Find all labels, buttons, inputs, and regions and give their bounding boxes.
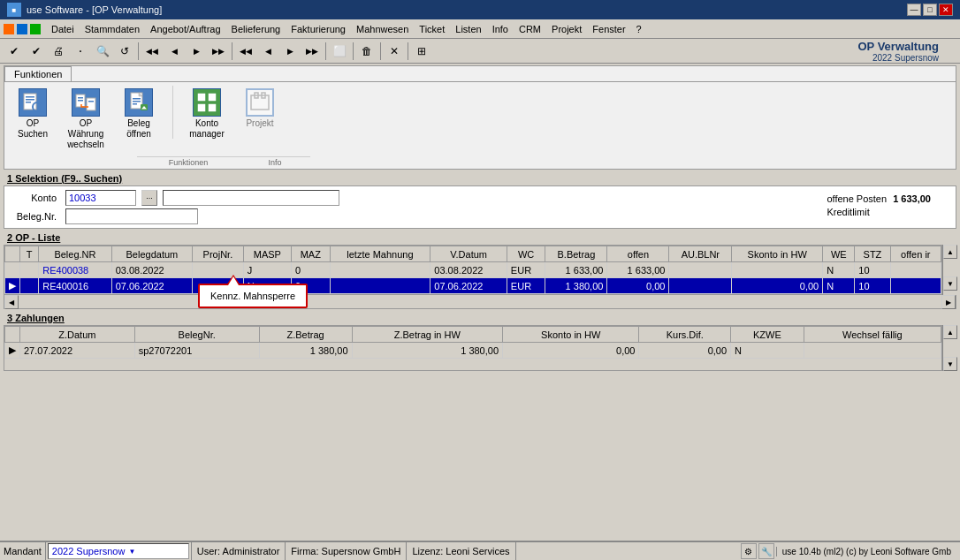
row2-letzte-mahnung	[330, 278, 430, 294]
row2-stz: 10	[855, 278, 890, 294]
toolbar-first[interactable]: ◀◀	[141, 42, 163, 61]
toolbar-checkmark1[interactable]: ✔	[4, 42, 25, 61]
app-header-right: OP Verwaltung 2022 Supersnow	[857, 40, 956, 63]
tools-icon[interactable]: 🔧	[758, 543, 774, 559]
op-list-hscroll[interactable]: ◀ ▶	[4, 295, 956, 309]
toolbar-sep5	[380, 42, 381, 60]
row2-T	[20, 278, 39, 294]
row1-vdatum: 03.08.2022	[430, 262, 507, 278]
toolbar-delete[interactable]: 🗑	[356, 42, 377, 61]
svg-rect-1	[26, 96, 34, 98]
menu-ticket[interactable]: Ticket	[414, 22, 450, 36]
toolbar-close[interactable]: ✕	[384, 42, 405, 61]
mandant-value[interactable]: 2022 Supersnow ▼	[48, 543, 189, 559]
toolbar-prev[interactable]: ◀	[164, 42, 185, 61]
tab-funktionen[interactable]: Funktionen	[4, 66, 72, 81]
status-lizenz: Lizenz: Leoni Services	[407, 542, 515, 560]
section1: 1 Selektion (F9.. Suchen) Konto 10033 ··…	[4, 171, 956, 229]
svg-rect-7	[78, 97, 83, 99]
op-verwaltung-subtitle: 2022 Supersnow	[857, 53, 939, 63]
btn-konto-manager[interactable]: Kontomanager	[184, 86, 230, 142]
svg-rect-8	[78, 100, 83, 102]
toolbar-first2[interactable]: ◀◀	[235, 42, 256, 61]
section2: 2 OP - Liste T Beleg.NR Belegdatum ProjN…	[4, 231, 956, 309]
menu-listen[interactable]: Listen	[450, 22, 486, 36]
menu-fenster[interactable]: Fenster	[587, 22, 630, 36]
konto-browse[interactable]: ···	[141, 190, 157, 206]
payments-table-wrapper: Z.Datum BelegNr. Z.Betrag Z.Betrag in HW…	[4, 325, 942, 371]
menu-projekt[interactable]: Projekt	[546, 22, 587, 36]
ribbon-sep1	[172, 86, 173, 139]
toolbar-sep2	[232, 42, 232, 60]
table-row[interactable]: ▶ 27.07.2022 sp27072201 1 380,00 1 380,0…	[5, 343, 941, 359]
btn-op-suchen[interactable]: OPSuchen	[10, 86, 56, 142]
status-bar: Mandant 2022 Supersnow ▼ User: Administr…	[0, 541, 960, 560]
btn-op-waehrung[interactable]: OP Währungwechseln	[63, 86, 109, 153]
section3-title: 3 Zahlungen	[4, 311, 956, 325]
status-right: ⚙ 🔧 use 10.4b (ml2) (c) by Leoni Softwar…	[741, 543, 960, 559]
menu-fakturierung[interactable]: Fakturierung	[286, 22, 351, 36]
toolbar-next2[interactable]: ▶	[279, 42, 301, 61]
col-maz: MAZ	[292, 246, 331, 262]
pay-row1-zbetrag: 1 380,00	[259, 343, 352, 359]
menu-info[interactable]: Info	[487, 22, 514, 36]
close-button[interactable]: ✕	[939, 4, 953, 16]
svg-rect-15	[133, 103, 137, 105]
table-row[interactable]: RE400038 03.08.2022 J 0 03.08.2022 EUR 1…	[5, 262, 941, 278]
minimize-button[interactable]: —	[907, 4, 921, 16]
col-projnr: ProjNr.	[193, 246, 244, 262]
konto-input[interactable]: 10033	[65, 190, 136, 206]
col-stz: STZ	[855, 246, 890, 262]
pay-col-kursdif: Kurs.Dif.	[639, 327, 731, 343]
svg-rect-14	[133, 101, 141, 102]
op-verwaltung-title: OP Verwaltung	[857, 40, 939, 53]
beleg-oeffnen-icon	[125, 88, 153, 117]
col-offen: offen	[607, 246, 669, 262]
row1-T	[20, 262, 39, 278]
toolbar-next[interactable]: ▶	[186, 42, 207, 61]
table-row[interactable]: ▶ RE400016 07.06.2022 N 0 07.06.2022 EUR…	[5, 278, 941, 294]
btn-projekt[interactable]: Projekt	[237, 86, 283, 132]
row1-skonto-hw	[732, 262, 823, 278]
toolbar-last2[interactable]: ▶▶	[301, 42, 323, 61]
row2-offen-ir	[890, 278, 941, 294]
toolbar-square[interactable]: ⬜	[329, 42, 350, 61]
menu-help[interactable]: ?	[631, 22, 647, 36]
restore-button[interactable]: □	[923, 4, 937, 16]
status-firma: Firma: Supersnow GmbH	[286, 542, 407, 560]
status-version: use 10.4b (ml2) (c) by Leoni Software Gm…	[776, 547, 956, 556]
toolbar-refresh[interactable]: ↺	[114, 42, 135, 61]
toolbar-search[interactable]: 🔍	[92, 42, 113, 61]
col-arrow	[5, 246, 20, 262]
row1-arrow	[5, 262, 20, 278]
konto-extra-input[interactable]	[163, 190, 339, 206]
menu-belieferung[interactable]: Belieferung	[226, 22, 286, 36]
row2-belegnr: RE400016	[39, 278, 111, 294]
toolbar-checkmark2[interactable]: ✔	[26, 42, 47, 61]
payments-vscroll[interactable]: ▲ ▼	[942, 325, 956, 371]
menu-angebot[interactable]: Angebot/Auftrag	[145, 22, 226, 36]
payments-container: Z.Datum BelegNr. Z.Betrag Z.Betrag in HW…	[4, 325, 956, 371]
pay-col-belegnr: BelegNr.	[134, 327, 259, 343]
toolbar-print[interactable]: 🖨	[48, 42, 69, 61]
menu-datei[interactable]: Datei	[46, 22, 80, 36]
toolbar-sep1	[138, 42, 139, 60]
menu-stammdaten[interactable]: Stammdaten	[80, 22, 145, 36]
toolbar-grid[interactable]: ⊞	[411, 42, 432, 61]
op-list-table-wrapper: T Beleg.NR Belegdatum ProjNr. MASP MAZ l…	[4, 245, 942, 295]
belegnr-input[interactable]	[65, 208, 198, 224]
toolbar-last[interactable]: ▶▶	[208, 42, 229, 61]
col-belegdatum: Belegdatum	[111, 246, 192, 262]
mandant-combo[interactable]: 2022 Supersnow ▼	[48, 543, 189, 559]
menu-crm[interactable]: CRM	[514, 22, 546, 36]
toolbar-dot[interactable]: ·	[70, 42, 91, 61]
toolbar-prev2[interactable]: ◀	[257, 42, 278, 61]
menu-mahnwesen[interactable]: Mahnwesen	[351, 22, 414, 36]
window-title: use Software - [OP Verwaltung]	[27, 4, 162, 15]
btn-beleg-oeffnen[interactable]: Belegöffnen	[116, 86, 162, 142]
projekt-icon	[246, 88, 274, 117]
op-list-vscroll[interactable]: ▲ ▼	[942, 245, 956, 295]
settings-icon[interactable]: ⚙	[741, 543, 757, 559]
pay-row1-zbetrag-hw: 1 380,00	[352, 343, 502, 359]
pay-col-skonto-hw: Skonto in HW	[503, 327, 639, 343]
